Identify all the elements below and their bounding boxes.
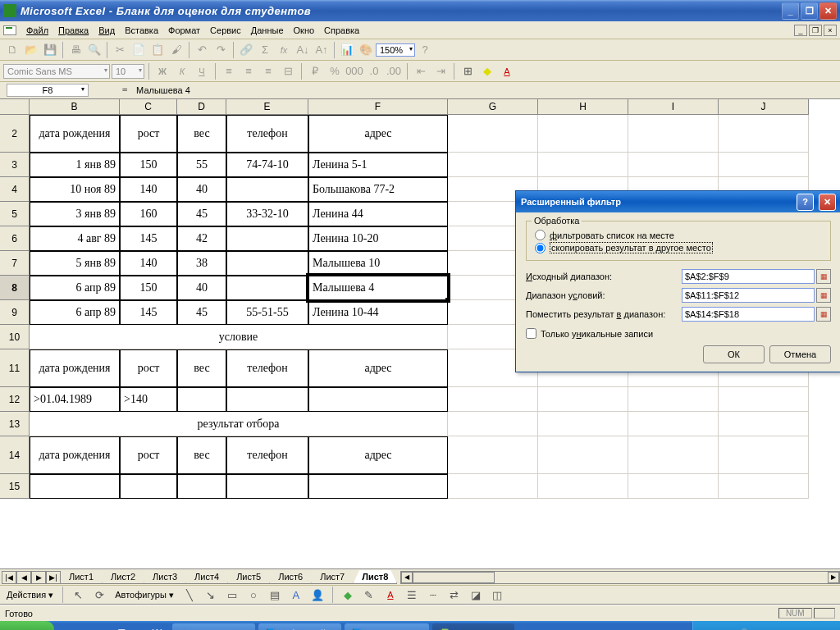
menu-view[interactable]: Вид [94,24,120,37]
col-head-E[interactable]: E [226,99,308,115]
tray-display-icon[interactable]: 🖵 [791,627,804,630]
line-button[interactable]: ╲ [180,586,199,604]
criteria-range-input[interactable] [682,288,815,303]
source-range-picker[interactable]: ▦ [816,269,831,284]
menu-edit[interactable]: Правка [53,24,94,37]
cell[interactable]: рост [120,115,177,153]
undo-button[interactable]: ↶ [193,41,211,59]
percent-button[interactable]: % [326,62,344,80]
cell-bg[interactable] [719,115,809,153]
drawing-button[interactable]: 🎨 [357,41,375,59]
currency-button[interactable]: ₽ [306,62,324,80]
cell-bg[interactable] [538,412,628,436]
save-button[interactable]: 💾 [41,41,59,59]
copyto-range-picker[interactable]: ▦ [816,307,831,322]
row-head-14[interactable]: 14 [0,436,30,474]
font-size-combo[interactable]: 10 [112,64,144,79]
close-button[interactable]: ✕ [819,2,837,20]
cut-button[interactable]: ✂ [111,41,129,59]
cell-bg[interactable] [448,474,538,499]
row-head-4[interactable]: 4 [0,177,30,202]
col-head-G[interactable]: G [448,99,538,115]
cell[interactable]: вес [177,349,226,387]
underline-button[interactable]: Ч [193,62,211,80]
autoshapes-menu[interactable]: Автофигуры ▾ [112,588,177,602]
preview-button[interactable]: 🔍 [85,41,103,59]
cell[interactable]: условие [30,325,448,349]
tray-shield-icon[interactable]: 🛡 [755,627,768,630]
ql-mail-icon[interactable]: ✉ [77,625,94,630]
cell[interactable] [226,177,308,202]
arrow-button[interactable]: ↘ [202,586,220,604]
ql-icon[interactable]: ◆ [131,625,148,630]
comma-button[interactable]: 000 [345,62,363,80]
cell[interactable]: дата рождения [30,436,120,474]
dec-dec-button[interactable]: .00 [385,62,403,80]
sheet-tab[interactable]: Лист4 [185,570,228,584]
line-style-button[interactable]: ☰ [403,586,421,604]
new-button[interactable]: 🗋 [3,41,21,59]
cell-bg[interactable] [719,153,809,177]
sheet-tab[interactable]: Лист1 [60,570,103,584]
select-objects-button[interactable]: ↖ [69,586,87,604]
copyto-range-input[interactable] [682,307,815,322]
tab-prev-button[interactable]: ◀ [16,571,31,584]
cell[interactable]: вес [177,436,226,474]
cell[interactable]: Малышева 4 [308,276,448,300]
tab-first-button[interactable]: |◀ [2,571,16,584]
row-head-12[interactable]: 12 [0,387,30,412]
taskbar-button[interactable]: 📘Документ1 … [345,623,429,630]
menu-window[interactable]: Окно [289,24,320,37]
cell[interactable]: 145 [120,300,177,325]
cell[interactable]: Ленина 5-1 [308,153,448,177]
rotate-button[interactable]: ⟳ [90,586,108,604]
cell-bg[interactable] [628,474,719,499]
select-all-corner[interactable] [0,99,30,115]
col-head-J[interactable]: J [719,99,809,115]
cell[interactable]: дата рождения [30,115,120,153]
row-head-13[interactable]: 13 [0,412,30,436]
cell-bg[interactable] [719,474,809,499]
sort-desc-button[interactable]: A↑ [313,41,331,59]
inc-indent-button[interactable]: ⇥ [431,62,450,80]
clipart-button[interactable]: 👤 [308,586,326,604]
italic-button[interactable]: К [173,62,191,80]
cell[interactable]: адрес [308,349,448,387]
doc-close-button[interactable]: × [824,25,837,36]
dialog-close-button[interactable]: ✕ [819,194,836,211]
cell[interactable] [226,226,308,251]
cell[interactable] [30,474,120,499]
cell-bg[interactable] [448,387,538,412]
scroll-right-button[interactable]: ▶ [828,572,839,583]
cell[interactable]: 160 [120,202,177,226]
bold-button[interactable]: Ж [153,62,171,80]
cell[interactable]: 55-51-55 [226,300,308,325]
arrow-style-button[interactable]: ⇄ [445,586,463,604]
taskbar-button[interactable]: 📗Microsoft E… [432,623,514,630]
cell[interactable]: 150 [120,276,177,300]
cancel-button[interactable]: Отмена [769,345,831,363]
row-head-2[interactable]: 2 [0,115,30,153]
cell[interactable]: 140 [120,251,177,276]
cell[interactable]: рост [120,349,177,387]
cell-bg[interactable] [448,412,538,436]
oval-button[interactable]: ○ [244,586,262,604]
cell[interactable]: >140 [120,387,177,412]
inc-dec-button[interactable]: .0 [365,62,383,80]
cell[interactable]: 55 [177,153,226,177]
line-color-button[interactable]: ✎ [360,586,378,604]
draw-actions-menu[interactable]: Действия ▾ [3,588,57,602]
cell-bg[interactable] [538,387,628,412]
cell[interactable] [308,474,448,499]
menu-file[interactable]: Файл [21,24,53,37]
scroll-left-button[interactable]: ◀ [401,572,413,583]
menu-format[interactable]: Формат [163,24,205,37]
cell[interactable]: результат отбора [30,412,448,436]
cell[interactable]: 42 [177,226,226,251]
rectangle-button[interactable]: ▭ [223,586,241,604]
font-name-combo[interactable]: Comic Sans MS [3,64,110,79]
dialog-help-button[interactable]: ? [797,194,814,211]
cell-bg[interactable] [538,436,628,474]
cell[interactable]: Малышева 10 [308,251,448,276]
unique-checkbox[interactable] [526,328,536,339]
